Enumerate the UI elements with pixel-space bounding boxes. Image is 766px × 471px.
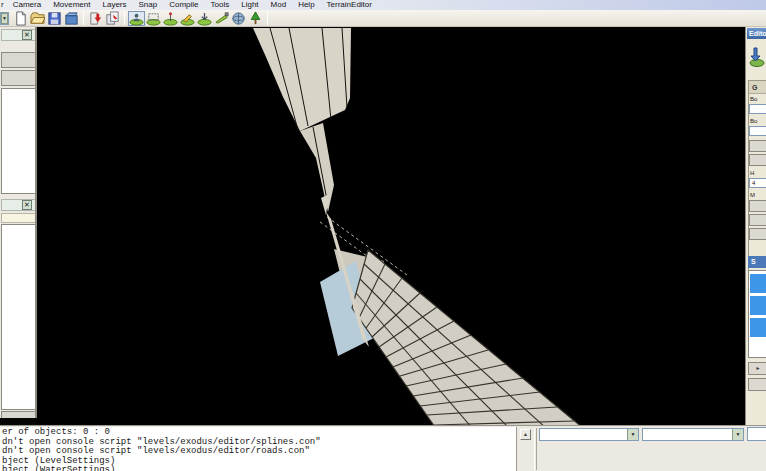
close-icon[interactable]: ✕ — [22, 200, 32, 210]
toolbar-separator — [124, 12, 125, 25]
right-panel-title: Editor — [747, 28, 766, 39]
console-line: bject (WaterSettings) — [2, 466, 516, 471]
combobox-value — [540, 429, 627, 440]
dropdown-arrow-icon[interactable]: ▼ — [627, 429, 638, 440]
panel-button[interactable] — [749, 200, 766, 212]
menu-item-layers[interactable]: Layers — [96, 0, 132, 10]
dropdown-arrow-icon[interactable]: ▼ — [732, 429, 743, 440]
panel-button[interactable] — [749, 228, 766, 240]
field-label: Bo — [750, 96, 757, 102]
bottom-field-clipped[interactable] — [747, 427, 766, 441]
combobox-value — [643, 429, 732, 440]
close-icon[interactable]: ✕ — [22, 30, 32, 40]
select-mode-icon[interactable] — [128, 11, 145, 26]
field-input[interactable]: 4 — [749, 178, 766, 188]
list-item-selected[interactable] — [750, 296, 766, 315]
open-folder-icon[interactable] — [29, 11, 46, 26]
bottom-combobox-1[interactable]: ▼ — [539, 428, 639, 441]
toolbar-separator — [267, 12, 268, 25]
left-panel-top-header: ✕ — [1, 29, 35, 41]
section-header: S — [748, 256, 766, 268]
left-panel-button-row[interactable] — [1, 70, 35, 86]
import-object-icon[interactable] — [87, 11, 104, 26]
toolbar: ▼ — [0, 10, 766, 27]
menu-item-terraineditor[interactable]: TerrainEditor — [321, 0, 378, 10]
terrain-wedge-icon[interactable] — [213, 11, 230, 26]
left-dock-panel: ✕ ✕ — [0, 27, 37, 420]
left-panel-list[interactable] — [1, 224, 35, 410]
menu-bar: r Camera Movement Layers Snap Compile To… — [0, 0, 766, 10]
duplicate-object-icon[interactable] — [104, 11, 121, 26]
groupbox-header: G — [749, 81, 766, 94]
menu-item-snap[interactable]: Snap — [133, 0, 164, 10]
menu-item-camera[interactable]: Camera — [7, 0, 47, 10]
field-label: Bo — [750, 118, 757, 124]
menu-item-light[interactable]: Light — [235, 0, 264, 10]
application-window: r Camera Movement Layers Snap Compile To… — [0, 0, 766, 471]
bottom-bar: er of objects: 0 : 0dn't open console sc… — [0, 425, 766, 471]
menu-item-movement[interactable]: Movement — [47, 0, 96, 10]
viewport-3d[interactable] — [37, 27, 745, 425]
globe-icon[interactable] — [230, 11, 247, 26]
menu-item-clipped[interactable]: r — [0, 0, 7, 10]
toolbar-separator — [83, 12, 84, 25]
scroll-up-icon[interactable]: ▲ — [520, 429, 531, 440]
menu-item-help[interactable]: Help — [292, 0, 320, 10]
left-panel-field[interactable] — [1, 213, 35, 223]
panel-gap — [0, 418, 37, 425]
dropdown-arrow-icon[interactable]: ▼ — [1, 13, 8, 24]
terrain-frame-icon[interactable] — [145, 11, 162, 26]
field-input[interactable] — [749, 126, 766, 136]
console-output[interactable]: er of objects: 0 : 0dn't open console sc… — [0, 427, 517, 471]
road-spline — [253, 28, 351, 131]
field-input[interactable] — [749, 104, 766, 114]
terrain-lower-icon[interactable] — [196, 11, 213, 26]
field-label: H — [750, 170, 754, 176]
menu-item-tools[interactable]: Tools — [205, 0, 236, 10]
panel-button[interactable] — [749, 140, 766, 152]
right-dock-panel: Editor G Bo Bo H 4 M S ▸ — [745, 27, 766, 425]
terrain-draw-icon[interactable] — [179, 11, 196, 26]
splitter-handle[interactable] — [534, 428, 537, 470]
field-label: M — [750, 192, 755, 198]
bottom-combobox-2[interactable]: ▼ — [642, 428, 744, 441]
road-spline-narrow — [300, 123, 334, 212]
list-item-selected[interactable] — [750, 274, 766, 293]
menu-item-compile[interactable]: Compile — [163, 0, 204, 10]
new-file-icon[interactable] — [12, 11, 29, 26]
terrain-grid-patch — [352, 250, 583, 425]
right-panel-list[interactable] — [748, 270, 766, 358]
panel-button[interactable] — [749, 214, 766, 226]
menu-item-mod[interactable]: Mod — [265, 0, 293, 10]
left-panel-button-row[interactable] — [1, 52, 35, 68]
save-icon[interactable] — [46, 11, 63, 26]
load-settings-icon[interactable] — [749, 46, 766, 68]
package-icon[interactable] — [63, 11, 80, 26]
list-action-button[interactable]: ▸ — [748, 362, 766, 375]
terrain-pin-icon[interactable] — [162, 11, 179, 26]
left-panel-bottom-header: ✕ — [1, 199, 35, 211]
list-action-button[interactable] — [748, 378, 766, 391]
list-item-selected[interactable] — [750, 318, 766, 337]
left-panel-list[interactable] — [1, 88, 35, 194]
toolbar-combobox-clipped[interactable]: ▼ — [0, 12, 9, 25]
tree-icon[interactable] — [247, 11, 264, 26]
panel-button[interactable] — [749, 154, 766, 166]
